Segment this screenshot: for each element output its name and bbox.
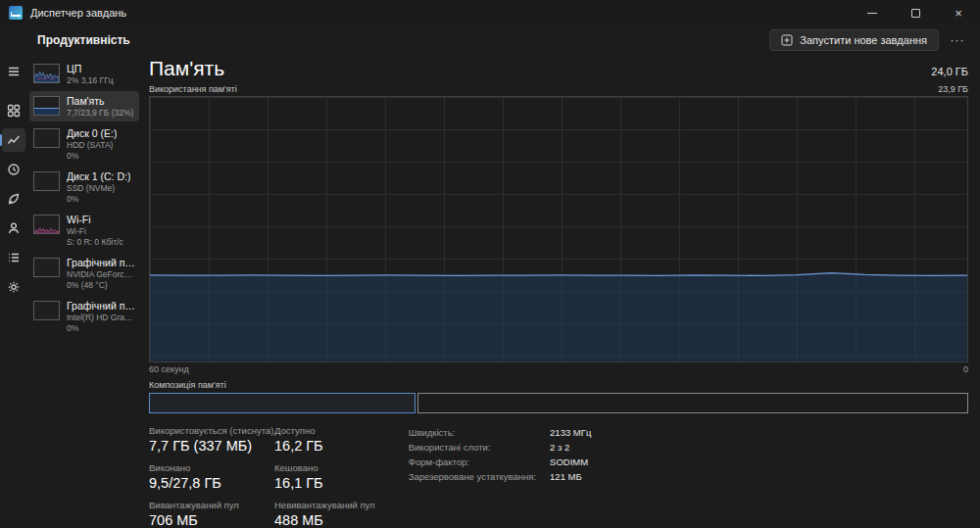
- sidebar-item-memory[interactable]: Пам'ять 7,7/23,9 ГБ (32%): [29, 91, 139, 121]
- gpu0-thumbnail-chart: [33, 258, 60, 277]
- sidebar-item-label: Пам'ять: [67, 95, 133, 107]
- sidebar-item-detail: NVIDIA GeForce GTX 10…: [67, 269, 135, 279]
- memory-available-segment: [417, 393, 968, 413]
- sidebar-item-detail2: 0%: [67, 323, 135, 333]
- sidebar-item-detail: 2% 3,16 ГГц: [67, 75, 114, 85]
- hamburger-icon: [7, 65, 21, 78]
- users-icon: [7, 221, 21, 235]
- rail-item-processes[interactable]: [2, 99, 25, 122]
- run-new-task-icon: [781, 34, 793, 46]
- sidebar-item-cpu[interactable]: ЦП 2% 3,16 ГГц: [29, 59, 139, 89]
- sidebar-item-detail: HDD (SATA): [67, 140, 117, 150]
- spec-slots-label: Використані слоти:: [409, 442, 536, 453]
- memory-usage-chart: [149, 96, 968, 362]
- sidebar-item-gpu1[interactable]: Графічний процес… Intel(R) HD Graphics 6…: [29, 296, 139, 337]
- sidebar-item-gpu0[interactable]: Графічний процес… NVIDIA GeForce GTX 10……: [29, 253, 139, 294]
- memory-thumbnail-chart: [33, 96, 60, 116]
- sidebar-item-label: ЦП: [67, 63, 114, 74]
- sidebar-item-detail: SSD (NVMe): [67, 183, 130, 193]
- wifi-thumbnail-chart: [33, 215, 60, 234]
- sidebar-item-detail2: 0%: [67, 194, 130, 204]
- sidebar-item-detail: Intel(R) HD Graphics 63…: [67, 312, 135, 322]
- sidebar-item-label: Wi-Fi: [67, 214, 123, 225]
- minimize-icon: [867, 13, 877, 14]
- stat-cached: Кешовано 16,1 ГБ: [274, 462, 375, 491]
- spec-slots-value: 2 з 2: [550, 442, 591, 453]
- memory-title: Пам'ять: [149, 57, 931, 80]
- spec-reserved-value: 121 МБ: [550, 471, 591, 482]
- performance-icon: [7, 133, 21, 147]
- memory-panel: Пам'ять 24,0 ГБ Використання пам'яті 23,…: [141, 55, 980, 528]
- sidebar-item-detail: 7,7/23,9 ГБ (32%): [67, 108, 133, 118]
- gpu1-thumbnail-chart: [33, 301, 60, 320]
- rail-item-app-history[interactable]: [2, 158, 25, 181]
- services-icon: [7, 280, 21, 294]
- stat-in-use: Використовується (стиснута) 7,7 ГБ (337 …: [149, 425, 249, 454]
- window-title: Диспетчер завдань: [30, 7, 851, 19]
- memory-composition-label: Композиція пам'яті: [149, 380, 968, 390]
- navigation-rail: [0, 55, 27, 528]
- memory-in-use-segment: [149, 393, 416, 413]
- spec-form-factor-value: SODIMM: [550, 456, 591, 467]
- chart-y-max-label: 23,9 ГБ: [938, 84, 968, 94]
- sidebar-item-detail: Wi-Fi: [67, 226, 123, 236]
- startup-apps-icon: [7, 192, 21, 206]
- disk1-thumbnail-chart: [33, 171, 60, 191]
- chart-title: Використання пам'яті: [149, 84, 237, 94]
- processes-icon: [7, 104, 21, 118]
- memory-specs: Швидкість: 2133 МГц Використані слоти: 2…: [409, 425, 592, 528]
- performance-sidebar: ЦП 2% 3,16 ГГц Пам'ять 7,7/23,9 ГБ (32%): [27, 55, 141, 528]
- memory-stats: Використовується (стиснута) 7,7 ГБ (337 …: [149, 425, 375, 528]
- stat-non-paged-pool: Невивантажуваний пул 488 МБ: [274, 500, 375, 528]
- memory-usage-area: [150, 273, 967, 361]
- rail-item-startup-apps[interactable]: [2, 187, 25, 211]
- sidebar-item-disk1[interactable]: Диск 1 (C: D:) SSD (NVMe) 0%: [29, 167, 139, 208]
- rail-item-users[interactable]: [2, 216, 25, 240]
- run-new-task-button[interactable]: Запустити нове завдання: [769, 29, 939, 51]
- sidebar-item-detail2: 0%: [67, 151, 117, 161]
- details-icon: [7, 251, 21, 264]
- chart-time-span-label: 60 секунд: [149, 364, 189, 374]
- more-options-button[interactable]: ···: [945, 29, 970, 51]
- task-manager-app-icon[interactable]: [9, 6, 23, 20]
- memory-composition-bar: [149, 393, 968, 413]
- sidebar-item-wifi[interactable]: Wi-Fi Wi-Fi S: 0 R: 0 Кбіт/с: [29, 210, 139, 251]
- maximize-button[interactable]: [894, 0, 937, 25]
- cpu-thumbnail-chart: [33, 64, 60, 83]
- sidebar-item-label: Диск 0 (E:): [67, 127, 117, 139]
- rail-item-performance[interactable]: [2, 128, 25, 152]
- chart-time-end-label: 0: [963, 364, 968, 374]
- disk0-thumbnail-chart: [33, 128, 60, 148]
- spec-reserved-label: Зарезервоване устаткування:: [409, 471, 536, 482]
- maximize-icon: [911, 9, 920, 18]
- sidebar-item-label: Графічний процес…: [67, 257, 135, 268]
- task-manager-window: Диспетчер завдань × Продуктивність Запус…: [0, 0, 980, 528]
- minimize-button[interactable]: [851, 0, 894, 25]
- sidebar-item-label: Графічний процес…: [67, 300, 135, 312]
- page-header: Продуктивність Запустити нове завдання ·…: [0, 25, 980, 55]
- nav-menu-button[interactable]: [2, 60, 25, 83]
- sidebar-item-detail2: S: 0 R: 0 Кбіт/с: [67, 237, 123, 247]
- close-button[interactable]: ×: [937, 0, 980, 25]
- rail-item-details[interactable]: [2, 246, 25, 269]
- sidebar-item-detail2: 0% (48 °C): [67, 280, 135, 290]
- more-options-icon: ···: [951, 33, 965, 47]
- stat-paged-pool: Вивантажуваний пул 706 МБ: [149, 500, 249, 528]
- rail-item-services[interactable]: [2, 275, 25, 299]
- stat-committed: Виконано 9,5/27,8 ГБ: [149, 462, 249, 491]
- run-new-task-label: Запустити нове завдання: [800, 34, 927, 46]
- spec-form-factor-label: Форм-фактор:: [409, 456, 536, 467]
- app-history-icon: [7, 163, 21, 176]
- page-title: Продуктивність: [37, 33, 769, 47]
- stat-available: Доступно 16,2 ГБ: [274, 425, 375, 454]
- titlebar: Диспетчер завдань ×: [0, 0, 980, 25]
- memory-total-capacity: 24,0 ГБ: [931, 66, 968, 80]
- spec-speed-label: Швидкість:: [409, 427, 536, 438]
- spec-speed-value: 2133 МГц: [550, 427, 591, 438]
- sidebar-item-disk0[interactable]: Диск 0 (E:) HDD (SATA) 0%: [29, 123, 139, 165]
- close-icon: ×: [955, 6, 962, 21]
- sidebar-item-label: Диск 1 (C: D:): [67, 170, 130, 182]
